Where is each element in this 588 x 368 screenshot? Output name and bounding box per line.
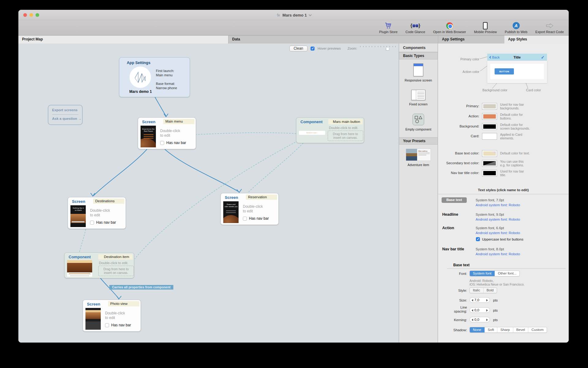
line-spacing-stepper[interactable]: 0,0	[469, 307, 490, 313]
chrome-icon	[446, 22, 453, 29]
has-nav-bar-checkbox[interactable]	[243, 217, 247, 221]
section-basic-types: Basic Types	[399, 52, 438, 59]
shadow-option-custom[interactable]: Custom	[528, 327, 547, 332]
screen-name-field[interactable]: Reservation	[246, 195, 277, 200]
shadow-option-bevel[interactable]: Bevel	[513, 327, 529, 332]
components-panel: Components Basic Types Responsive screen…	[399, 44, 438, 343]
text-styles-header: Text styles (click name to edit)	[438, 188, 569, 192]
export-react-code-button[interactable]: Export React Code	[535, 22, 564, 34]
component-node-destination-item[interactable]: Component Destination item Double-click …	[64, 252, 134, 278]
ask-a-question-link[interactable]: Ask a question →	[52, 117, 82, 120]
stepper-increase-icon[interactable]	[486, 309, 488, 312]
drag-source[interactable]: Drag from here to insert on canvas.	[98, 266, 134, 276]
style-segmented-control: Italic Bold	[469, 287, 497, 293]
clean-button[interactable]: Clean	[289, 46, 307, 51]
primary-color-swatch[interactable]	[482, 103, 497, 109]
stepper-decrease-icon[interactable]	[472, 299, 473, 302]
app-settings-node[interactable]: App Settings Mars demo 1 First launch: M…	[119, 57, 190, 97]
nav-bar-title-color-swatch[interactable]	[482, 170, 497, 176]
tab-project-map[interactable]: Project Map	[18, 36, 228, 44]
stepper-decrease-icon[interactable]	[472, 309, 473, 312]
component-fixed-screen[interactable]: Fixed screen	[399, 86, 438, 110]
secondary-text-color-swatch[interactable]	[482, 160, 497, 166]
mock-screen-body: BUTTON	[487, 61, 547, 83]
hover-previews-checkbox[interactable]	[311, 47, 315, 51]
screen-node-main-menu[interactable]: Screen Main menu Experience the Red Plan…	[138, 117, 196, 149]
has-nav-bar-label: Has nav bar	[166, 141, 186, 145]
tab-app-settings[interactable]: App Settings	[438, 36, 504, 44]
screen-name-field[interactable]: Main menu	[163, 119, 194, 124]
preset-adventure-item[interactable]: Mars walking Adventure item	[399, 145, 438, 170]
has-nav-bar-checkbox[interactable]	[90, 221, 94, 225]
android-font-link[interactable]: Android system font: Roboto	[476, 218, 520, 221]
stepper-increase-icon[interactable]	[486, 299, 488, 302]
zoom-slider[interactable]	[360, 46, 396, 51]
plugin-store-button[interactable]: Plugin Store	[379, 22, 398, 34]
tab-data[interactable]: Data	[228, 36, 438, 44]
has-nav-bar-checkbox[interactable]	[160, 141, 164, 145]
card-color-swatch[interactable]	[482, 133, 497, 139]
screen-name-field[interactable]: Destinations	[93, 199, 124, 204]
component-name-field[interactable]: Destination item	[98, 254, 133, 260]
text-style-value: System font, 8.0pt	[476, 247, 504, 251]
node-kind-label: Component	[69, 255, 91, 259]
background-color-swatch[interactable]	[482, 123, 497, 130]
component-node-mars-main-button[interactable]: Component Mars main button Double-click …	[296, 117, 364, 143]
android-font-link[interactable]: Android system font: Roboto	[476, 231, 520, 235]
shadow-segmented-control: None Soft Sharp Bevel Custom	[469, 327, 547, 333]
screen-node-photo-view[interactable]: Screen Photo view Double-click to edit H…	[83, 300, 141, 332]
publish-to-web-button[interactable]: A Publish to Web	[505, 22, 527, 34]
android-font-link[interactable]: Android system font: Roboto	[476, 252, 520, 256]
color-desc: Default color for text.	[500, 151, 530, 155]
screen-node-destinations[interactable]: Screen Destinations Nothing like it on E…	[68, 197, 126, 229]
open-in-web-browser-button[interactable]: Open in Web Browser	[433, 22, 466, 34]
component-name-field[interactable]: Mars main button	[328, 119, 363, 124]
color-label: Nav bar title color:	[438, 171, 479, 175]
has-nav-bar-checkbox[interactable]	[105, 323, 109, 327]
base-text-color-swatch[interactable]	[482, 150, 497, 157]
shadow-label: Shadow:	[438, 328, 467, 332]
line-spacing-value: 0,0	[474, 308, 479, 312]
uppercase-checkbox[interactable]	[476, 237, 480, 241]
action-color-swatch[interactable]	[482, 113, 497, 120]
mobile-preview-button[interactable]: Mobile Preview	[474, 22, 497, 34]
stepper-increase-icon[interactable]	[486, 319, 488, 321]
font-option-other[interactable]: Other font...	[495, 271, 520, 276]
project-map-canvas[interactable]: Clean Hover previews Zoom: App Settings	[18, 44, 399, 343]
window-title-area[interactable]: Mars demo 1	[18, 10, 569, 20]
toolbar-label: Publish to Web	[505, 30, 527, 34]
component-responsive-screen[interactable]: Responsive screen	[399, 59, 438, 86]
drag-source[interactable]: Drag from here to insert on canvas.	[328, 131, 363, 141]
shadow-option-none[interactable]: None	[470, 327, 485, 332]
screen-name-field[interactable]: Photo view	[108, 301, 139, 306]
export-arrow-icon	[546, 22, 554, 29]
shadow-option-soft[interactable]: Soft	[485, 327, 497, 332]
screen-preview: Experience the Red Planet	[141, 126, 156, 147]
export-actions-box: Export screens Ask a question →	[48, 105, 83, 125]
android-font-link[interactable]: Android system font: Roboto	[476, 203, 520, 207]
code-glance-button[interactable]: {} Code Glance	[405, 22, 425, 34]
style-option-bold[interactable]: Bold	[484, 288, 497, 293]
stepper-decrease-icon[interactable]	[472, 319, 473, 321]
slider-thumb[interactable]	[386, 47, 389, 51]
export-screens-link[interactable]: Export screens	[52, 108, 82, 112]
kerning-stepper[interactable]: 0,0	[469, 317, 490, 322]
color-label: Card:	[438, 134, 479, 138]
text-style-nav-bar-title[interactable]: Nav bar title	[442, 247, 464, 251]
color-label: Primary:	[438, 104, 479, 108]
tab-app-styles[interactable]: App Styles	[504, 36, 569, 44]
size-stepper[interactable]: 7,0	[469, 297, 490, 303]
shadow-option-sharp[interactable]: Sharp	[497, 327, 513, 332]
screen-node-reservation[interactable]: Screen Reservation Peace and calm awaits…	[221, 193, 279, 225]
text-style-headline[interactable]: Headline	[442, 212, 458, 217]
color-desc: Used for nav bar title.	[500, 169, 524, 177]
style-option-italic[interactable]: Italic	[470, 288, 484, 293]
text-style-action[interactable]: Action	[442, 226, 454, 230]
color-label: Secondary text color:	[438, 161, 479, 165]
style-label: Style:	[438, 289, 467, 293]
connection-lines	[18, 44, 399, 343]
component-empty-component[interactable]: Empty component	[399, 110, 438, 135]
text-style-base-text[interactable]: Base text	[442, 197, 467, 203]
font-option-system[interactable]: System font	[470, 271, 495, 276]
node-kind-label: Screen	[142, 120, 155, 124]
